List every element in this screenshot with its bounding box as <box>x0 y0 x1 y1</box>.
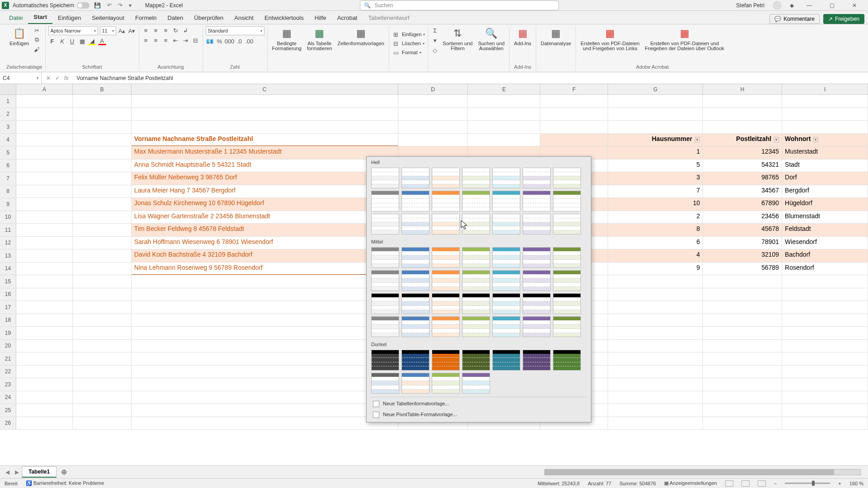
grow-font-icon[interactable]: A▴ <box>118 27 126 35</box>
table-style-swatch[interactable] <box>523 293 551 314</box>
cell-C18[interactable] <box>132 314 398 327</box>
row-header-16[interactable]: 16 <box>0 288 16 301</box>
row-header-10[interactable]: 10 <box>0 211 16 224</box>
cell-H15[interactable] <box>703 275 782 288</box>
cell-G12[interactable]: 6 <box>608 237 703 249</box>
cell-C4[interactable]: Vorname Nachname Straße Postleitzahl <box>132 134 398 146</box>
cell-C5[interactable]: Max Mustermann Musterstraße 1 12345 Must… <box>132 146 398 159</box>
cell-E2[interactable] <box>468 108 540 121</box>
table-style-swatch[interactable] <box>523 214 551 235</box>
cell-I17[interactable] <box>782 301 868 314</box>
cell-C6[interactable]: Anna Schmidt Hauptstraße 5 54321 Stadt <box>132 160 398 172</box>
cell-A4[interactable] <box>16 134 73 146</box>
avatar[interactable] <box>773 1 782 10</box>
cell-C14[interactable]: Nina Lehmann Rosenweg 9 56789 Rosendorf <box>132 263 398 275</box>
cell-G8[interactable]: 7 <box>608 185 703 198</box>
table-style-swatch[interactable] <box>432 373 460 394</box>
row-header-5[interactable]: 5 <box>0 146 16 159</box>
table-style-swatch[interactable] <box>401 316 429 337</box>
search-box[interactable]: 🔍 Suchen <box>360 0 559 10</box>
cell-A7[interactable] <box>16 172 73 185</box>
user-name[interactable]: Stefan Petri <box>736 2 764 9</box>
cell-C20[interactable] <box>132 340 398 352</box>
zoom-slider[interactable] <box>785 483 830 484</box>
border-button[interactable]: ▦ <box>78 37 86 45</box>
cell-B19[interactable] <box>73 327 132 339</box>
cell-I23[interactable] <box>782 378 868 391</box>
cell-C17[interactable] <box>132 301 398 314</box>
table-style-swatch[interactable] <box>401 270 429 291</box>
cell-C21[interactable] <box>132 352 398 365</box>
cell-H20[interactable] <box>703 340 782 352</box>
cell-A13[interactable] <box>16 249 73 262</box>
tab-data[interactable]: Daten <box>162 12 189 24</box>
cell-H16[interactable] <box>703 288 782 301</box>
merge-icon[interactable]: ⊟ <box>192 36 200 44</box>
cell-B1[interactable] <box>73 95 132 108</box>
shrink-font-icon[interactable]: A▾ <box>128 27 136 35</box>
table-style-swatch[interactable] <box>553 270 581 291</box>
table-style-swatch[interactable] <box>462 373 490 394</box>
save-icon[interactable]: 💾 <box>94 2 101 9</box>
row-header-13[interactable]: 13 <box>0 249 16 262</box>
cell-F1[interactable] <box>540 95 608 108</box>
row-header-7[interactable]: 7 <box>0 172 16 185</box>
row-header-17[interactable]: 17 <box>0 301 16 314</box>
addins-button[interactable]: ▦Add-Ins <box>512 26 533 47</box>
cell-A18[interactable] <box>16 314 73 327</box>
cell-F3[interactable] <box>540 121 608 133</box>
table-style-swatch[interactable] <box>553 214 581 235</box>
table-style-swatch[interactable] <box>553 191 581 211</box>
row-header-20[interactable]: 20 <box>0 340 16 352</box>
row-header-18[interactable]: 18 <box>0 314 16 327</box>
cell-H3[interactable] <box>703 121 782 133</box>
cell-A12[interactable] <box>16 237 73 249</box>
table-style-swatch[interactable] <box>401 350 429 371</box>
cells-insert-button[interactable]: ⊞Einfügen▾ <box>392 30 425 38</box>
cell-A10[interactable] <box>16 211 73 224</box>
cell-E4[interactable] <box>468 134 540 146</box>
cell-H14[interactable]: 56789 <box>703 263 782 275</box>
cell-G11[interactable]: 8 <box>608 224 703 236</box>
cell-B5[interactable] <box>73 146 132 159</box>
cell-C13[interactable]: David Koch Bachstraße 4 32109 Bachdorf <box>132 249 398 262</box>
cell-C22[interactable] <box>132 366 398 378</box>
tab-layout[interactable]: Seitenlayout <box>86 12 130 24</box>
row-header-14[interactable]: 14 <box>0 263 16 275</box>
col-header-I[interactable]: I <box>782 84 868 94</box>
row-header-1[interactable]: 1 <box>0 95 16 108</box>
cell-A16[interactable] <box>16 288 73 301</box>
cell-G17[interactable] <box>608 301 703 314</box>
cell-C24[interactable] <box>132 391 398 404</box>
tab-view[interactable]: Ansicht <box>229 12 259 24</box>
tab-formulas[interactable]: Formeln <box>130 12 162 24</box>
cell-B14[interactable] <box>73 263 132 275</box>
table-style-swatch[interactable] <box>401 191 429 211</box>
cell-H1[interactable] <box>703 95 782 108</box>
cell-B3[interactable] <box>73 121 132 133</box>
cell-C7[interactable]: Felix Müller Nebenweg 3 98765 Dorf <box>132 172 398 185</box>
cell-G3[interactable] <box>608 121 703 133</box>
cell-B18[interactable] <box>73 314 132 327</box>
align-left-icon[interactable]: ≡ <box>142 36 150 44</box>
tab-tabledesign[interactable]: Tabellenentwurf <box>363 12 415 24</box>
cell-H25[interactable] <box>703 404 782 417</box>
table-style-swatch[interactable] <box>492 350 520 371</box>
table-style-swatch[interactable] <box>462 316 490 337</box>
cell-G23[interactable] <box>608 378 703 391</box>
cell-G22[interactable] <box>608 366 703 378</box>
cell-H8[interactable]: 34567 <box>703 185 782 198</box>
cell-C1[interactable] <box>132 95 398 108</box>
cell-H7[interactable]: 98765 <box>703 172 782 185</box>
table-style-swatch[interactable] <box>432 247 460 268</box>
row-header-21[interactable]: 21 <box>0 352 16 365</box>
align-center-icon[interactable]: ≡ <box>152 36 160 44</box>
cell-H6[interactable]: 54321 <box>703 160 782 172</box>
cells-format-button[interactable]: ▭Format▾ <box>392 48 421 56</box>
col-header-C[interactable]: C <box>132 84 398 94</box>
cell-A5[interactable] <box>16 146 73 159</box>
cell-A2[interactable] <box>16 108 73 121</box>
cell-H10[interactable]: 23456 <box>703 211 782 224</box>
tab-acrobat[interactable]: Acrobat <box>332 12 363 24</box>
row-header-19[interactable]: 19 <box>0 327 16 339</box>
